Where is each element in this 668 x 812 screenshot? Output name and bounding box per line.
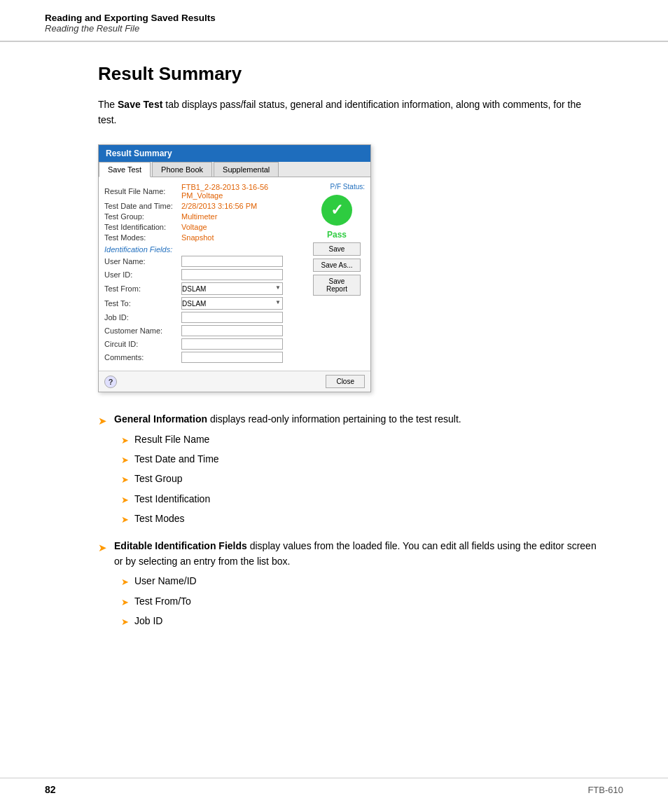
field-user-id: User ID: xyxy=(104,269,303,280)
label-test-group: Test Group: xyxy=(104,212,181,221)
label-customer-name: Customer Name: xyxy=(104,326,181,335)
sub-item-result-file-name: ➤ Result File Name xyxy=(121,433,598,447)
page-footer: 82 FTB-610 xyxy=(0,778,668,795)
input-comments[interactable] xyxy=(181,352,283,363)
label-result-file-name: Result File Name: xyxy=(104,187,181,195)
save-test-bold: Save Test xyxy=(118,99,162,110)
label-job-id: Job ID: xyxy=(104,313,181,322)
save-button[interactable]: Save xyxy=(313,242,361,256)
footer-page-number: 82 xyxy=(45,784,56,795)
editable-fields-sub-list: ➤ User Name/ID ➤ Test From/To ➤ Job ID xyxy=(121,574,598,628)
label-test-identification: Test Identification: xyxy=(104,223,181,231)
field-comments: Comments: xyxy=(104,352,303,363)
bullet-text-general-info: General Information displays read-only i… xyxy=(114,412,598,532)
field-test-from: Test From: DSLAM xyxy=(104,282,303,295)
sub-item-label-user-name-id: User Name/ID xyxy=(134,574,197,589)
label-circuit-id: Circuit ID: xyxy=(104,340,181,348)
select-test-to[interactable]: DSLAM xyxy=(181,297,283,310)
footer-product: FTB-610 xyxy=(587,785,623,795)
value-test-date-time: 2/28/2013 3:16:56 PM xyxy=(181,202,257,210)
bullet-general-info: ➤ General Information displays read-only… xyxy=(98,412,598,532)
sub-arrow-icon-4: ➤ xyxy=(121,494,129,507)
sub-arrow-icon-3: ➤ xyxy=(121,474,129,486)
bullet-editable-fields: ➤ Editable Identification Fields display… xyxy=(98,539,598,634)
value-test-identification: Voltage xyxy=(181,223,207,231)
label-test-to: Test To: xyxy=(104,299,181,308)
sub-item-label-test-identification: Test Identification xyxy=(134,493,210,507)
page-header: Reading and Exporting Saved Results Read… xyxy=(0,0,668,42)
sub-item-user-name-id: ➤ User Name/ID xyxy=(121,574,598,589)
label-user-id: User ID: xyxy=(104,270,181,279)
input-user-name[interactable] xyxy=(181,256,283,267)
id-fields-label: Identification Fields: xyxy=(104,245,303,254)
select-test-from[interactable]: DSLAM xyxy=(181,282,283,295)
label-user-name: User Name: xyxy=(104,257,181,266)
sub-item-label-test-from-to: Test From/To xyxy=(134,595,191,609)
tab-phone-book[interactable]: Phone Book xyxy=(152,162,212,177)
close-button[interactable]: Close xyxy=(326,375,365,388)
dialog-tabs: Save Test Phone Book Supplemental xyxy=(99,162,370,177)
dialog-body: Result File Name: FTB1_2-28-2013 3-16-56… xyxy=(99,177,370,371)
bullet-arrow-icon-2: ➤ xyxy=(98,539,107,556)
field-job-id: Job ID: xyxy=(104,312,303,323)
sub-arrow-icon-5: ➤ xyxy=(121,514,129,526)
sub-item-test-date-time: ➤ Test Date and Time xyxy=(121,453,598,467)
section-title: Reading the Result File xyxy=(45,23,623,34)
page-title: Result Summary xyxy=(98,63,598,85)
general-info-sub-list: ➤ Result File Name ➤ Test Date and Time … xyxy=(121,433,598,526)
sub-item-label-result-file-name: Result File Name xyxy=(134,433,209,447)
intro-suffix: tab displays pass/fail status, general a… xyxy=(98,99,581,125)
value-test-group: Multimeter xyxy=(181,212,217,221)
field-test-to: Test To: DSLAM xyxy=(104,297,303,310)
sub-item-job-id: ➤ Job ID xyxy=(121,614,598,628)
bullet-list: ➤ General Information displays read-only… xyxy=(98,412,598,634)
input-circuit-id[interactable] xyxy=(181,338,283,350)
sub-item-label-test-date-time: Test Date and Time xyxy=(134,453,219,467)
main-content: Result Summary The Save Test tab display… xyxy=(0,42,668,662)
input-customer-name[interactable] xyxy=(181,325,283,336)
sub-item-test-group: ➤ Test Group xyxy=(121,472,598,486)
dialog-footer: ? Close xyxy=(99,371,370,392)
input-user-id[interactable] xyxy=(181,269,283,280)
dialog-titlebar: Result Summary xyxy=(99,145,370,162)
sub-item-label-job-id: Job ID xyxy=(134,614,162,628)
field-test-identification: Test Identification: Voltage xyxy=(104,223,303,231)
result-summary-dialog: Result Summary Save Test Phone Book Supp… xyxy=(98,144,371,392)
input-job-id[interactable] xyxy=(181,312,283,323)
select-wrapper-test-to: DSLAM xyxy=(181,297,283,310)
sub-item-test-from-to: ➤ Test From/To xyxy=(121,595,598,609)
sub-arrow-icon-6: ➤ xyxy=(121,576,129,589)
sub-arrow-icon-8: ➤ xyxy=(121,616,129,628)
field-circuit-id: Circuit ID: xyxy=(104,338,303,350)
save-as-button[interactable]: Save As... xyxy=(313,259,361,272)
sub-arrow-icon-7: ➤ xyxy=(121,596,129,609)
select-wrapper-test-from: DSLAM xyxy=(181,282,283,295)
label-test-modes: Test Modes: xyxy=(104,233,181,242)
sub-arrow-icon-1: ➤ xyxy=(121,434,129,447)
bullet-arrow-icon-1: ➤ xyxy=(98,413,107,429)
value-result-file-name: FTB1_2-28-2013 3-16-56 PM_Voltage xyxy=(181,183,303,200)
sub-item-test-identification: ➤ Test Identification xyxy=(121,493,598,507)
general-info-bold: General Information xyxy=(114,413,207,425)
pf-status-label: P/F Status: xyxy=(309,183,365,191)
dialog-right-panel: P/F Status: ✓ Pass Save Save As... Save … xyxy=(309,183,365,365)
tab-supplemental[interactable]: Supplemental xyxy=(214,162,279,177)
sub-arrow-icon-2: ➤ xyxy=(121,454,129,467)
tab-save-test[interactable]: Save Test xyxy=(99,162,151,177)
save-report-button[interactable]: Save Report xyxy=(313,275,361,296)
field-test-modes: Test Modes: Snapshot xyxy=(104,233,303,242)
label-comments: Comments: xyxy=(104,353,181,362)
label-test-date-time: Test Date and Time: xyxy=(104,202,181,210)
sub-item-test-modes: ➤ Test Modes xyxy=(121,512,598,526)
chapter-title: Reading and Exporting Saved Results xyxy=(45,13,623,23)
sub-item-label-test-group: Test Group xyxy=(134,472,182,486)
sub-item-label-test-modes: Test Modes xyxy=(134,512,185,526)
intro-paragraph: The Save Test tab displays pass/fail sta… xyxy=(98,97,598,128)
field-customer-name: Customer Name: xyxy=(104,325,303,336)
field-test-group: Test Group: Multimeter xyxy=(104,212,303,221)
field-user-name: User Name: xyxy=(104,256,303,267)
editable-fields-bold: Editable Identification Fields xyxy=(114,540,247,551)
pass-label: Pass xyxy=(327,230,347,240)
dialog-left-panel: Result File Name: FTB1_2-28-2013 3-16-56… xyxy=(104,183,303,365)
help-button[interactable]: ? xyxy=(104,376,117,388)
